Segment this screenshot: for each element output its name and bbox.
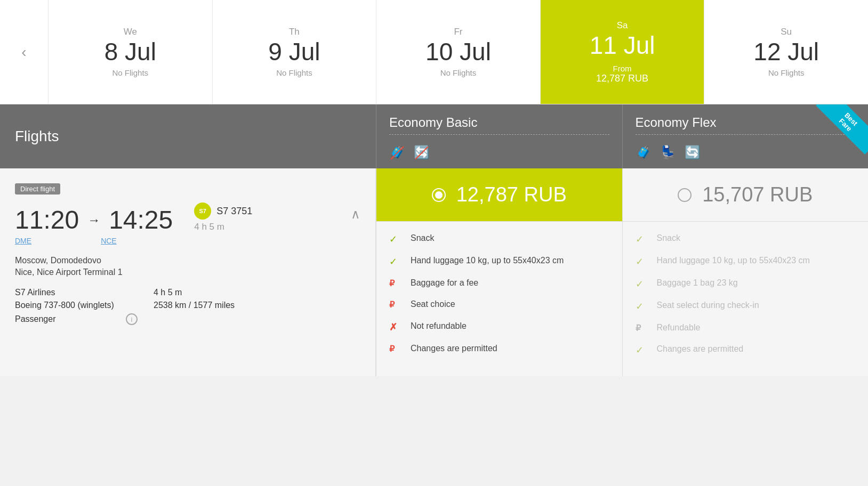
date-sat[interactable]: Sa 11 Jul From 12,787 RUB [540,0,704,104]
luggage-no-icon: 🧳 [389,145,405,160]
back-nav[interactable]: ‹ [0,0,48,104]
economy-basic-price-row[interactable]: 12,787 RUB [376,168,622,222]
date-wed-status: No Flights [112,68,149,77]
date-sun-day: Su [781,27,792,37]
date-fri[interactable]: Fr 10 Jul No Flights [376,0,540,104]
economy-basic-radio[interactable] [432,188,446,202]
ruble-icon: ₽ [636,323,648,333]
baggage-basic-text: Baggage for a fee [411,277,478,289]
date-fri-num: 10 Jul [425,39,491,64]
date-sat-num: 11 Jul [590,33,655,58]
flight-duration2: 4 h 5 m [154,288,182,297]
airline-name: S7 Airlines [15,288,122,297]
handluggage-flex-text: Hand luggage 10 kg, up to 55x40x23 cm [657,255,810,266]
seat-flex-text: Seat select during check-in [657,299,759,311]
feature-snack-basic: ✓ Snack [389,232,609,245]
ruble-icon: ₽ [389,278,402,288]
seat-icon: 💺 [660,145,676,160]
date-sat-price: 12,787 RUB [596,73,648,84]
date-thu[interactable]: Th 9 Jul No Flights [212,0,376,104]
feature-refund-basic: ✗ Not refundable [389,320,609,333]
economy-basic-column[interactable]: 12,787 RUB ✓ Snack ✓ Hand luggage 10 kg,… [376,168,622,376]
economy-basic-features: ✓ Snack ✓ Hand luggage 10 kg, up to 55x4… [376,222,622,375]
flight-times: 11:20 → 14:25 [15,205,173,234]
passenger-label: Passenger [15,314,122,324]
date-sun[interactable]: Su 12 Jul No Flights [704,0,868,104]
passenger-row: Passenger i [15,313,360,325]
feature-changes-flex: ✓ Changes are permitted [636,343,856,356]
flights-label: Flights [15,128,59,145]
economy-basic-title: Economy Basic [389,115,609,135]
flights-header: Flights [0,104,376,168]
flight-meta-section: S7 Airlines 4 h 5 m Boeing 737-800 (wing… [15,288,360,325]
s7-logo: S7 [194,203,211,220]
collapse-chevron[interactable]: ∧ [351,207,360,221]
luggage-icon: 🧳 [636,145,652,160]
check-icon: ✓ [636,278,648,290]
direct-flight-tag: Direct flight [15,183,60,195]
flight-arrow: → [83,213,105,228]
baggage-flex-text: Baggage 1 bag 23 kg [657,277,738,289]
aircraft-type: Boeing 737-800 (winglets) [15,301,122,310]
date-thu-status: No Flights [276,68,312,77]
passenger-info-icon[interactable]: i [126,313,138,325]
changes-basic-text: Changes are permitted [411,343,497,354]
check-icon: ✓ [389,256,402,268]
feature-snack-flex: ✓ Snack [636,232,856,245]
airline-row: S7 S7 3751 [194,203,329,220]
date-wed-num: 8 Jul [105,39,156,64]
changes-flex-text: Changes are permitted [657,343,744,355]
radio-inner [435,191,443,199]
feature-handluggage-basic: ✓ Hand luggage 10 kg, up to 55x40x23 cm [389,255,609,268]
feature-handluggage-flex: ✓ Hand luggage 10 kg, up to 55x40x23 cm [636,255,856,268]
date-fri-day: Fr [454,27,462,37]
dest-city: Nice, Nice Airport Terminal 1 [15,268,360,277]
date-thu-num: 9 Jul [268,39,320,64]
flight-distance: 2538 km / 1577 miles [154,301,235,310]
feature-seat-flex: ✓ Seat select during check-in [636,299,856,312]
refund-flex-text: Refundable [657,322,701,334]
economy-flex-radio[interactable] [678,188,692,202]
flight-info-panel: Direct flight 11:20 → 14:25 DME NCE S7 S… [0,168,376,376]
dest-code[interactable]: NCE [101,237,117,245]
economy-flex-title: Economy Flex [636,115,856,135]
flight-detail-section: Moscow, Domodedovo Nice, Nice Airport Te… [15,256,360,277]
handluggage-basic-text: Hand luggage 10 kg, up to 55x40x23 cm [411,255,564,266]
economy-basic-price: 12,787 RUB [456,183,567,206]
ruble-icon: ₽ [389,344,402,354]
feature-changes-basic: ₽ Changes are permitted [389,343,609,354]
date-fri-status: No Flights [440,68,477,77]
check-icon: ✓ [636,344,648,356]
origin-code[interactable]: DME [15,237,31,245]
economy-flex-column[interactable]: 15,707 RUB ✓ Snack ✓ Hand luggage 10 kg,… [622,168,869,376]
date-sat-from: From [613,64,632,73]
airline-meta: S7 Airlines 4 h 5 m [15,288,360,297]
feature-baggage-basic: ₽ Baggage for a fee [389,277,609,289]
date-wed[interactable]: We 8 Jul No Flights [48,0,212,104]
feature-seat-basic: ₽ Seat choice [389,298,609,310]
economy-flex-header: Best Fare Economy Flex 🧳 💺 🔄 [622,104,869,168]
flight-number: S7 3751 [216,206,252,217]
origin-city: Moscow, Domodedovo [15,256,360,265]
economy-basic-icons: 🧳 🔄 [389,141,609,160]
date-sun-status: No Flights [768,68,805,77]
date-sun-num: 12 Jul [753,39,819,64]
flight-duration: 4 h 5 m [194,222,329,232]
economy-basic-header: Economy Basic 🧳 🔄 [376,104,622,168]
aircraft-meta: Boeing 737-800 (winglets) 2538 km / 1577… [15,301,360,310]
check-icon: ✓ [636,233,648,245]
ruble-icon: ₽ [389,299,402,310]
economy-flex-icons: 🧳 💺 🔄 [636,141,856,160]
date-thu-day: Th [289,27,300,37]
x-icon: ✗ [389,321,402,333]
refresh-icon: 🔄 [685,145,701,160]
refund-basic-text: Not refundable [411,320,467,332]
flight-airports[interactable]: DME NCE [15,237,173,245]
depart-time: 11:20 [15,205,79,234]
feature-baggage-flex: ✓ Baggage 1 bag 23 kg [636,277,856,290]
economy-flex-price: 15,707 RUB [702,183,813,206]
date-sat-day: Sa [617,20,628,31]
economy-flex-price-row[interactable]: 15,707 RUB [623,168,869,222]
check-icon: ✓ [389,233,402,245]
seat-basic-text: Seat choice [411,298,455,310]
